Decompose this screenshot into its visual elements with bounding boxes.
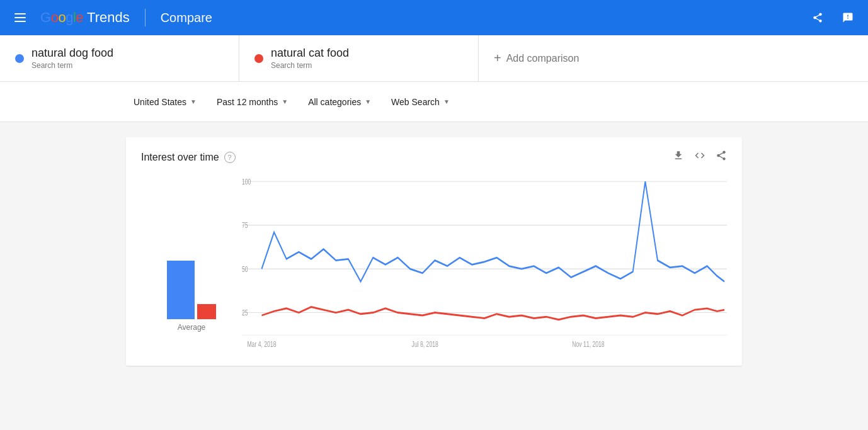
red-line bbox=[261, 307, 724, 320]
chart-title: Interest over time bbox=[141, 152, 219, 163]
term1-dot bbox=[15, 54, 24, 63]
term2-dot bbox=[254, 54, 263, 63]
svg-text:25: 25 bbox=[242, 308, 248, 317]
svg-text:75: 75 bbox=[242, 221, 248, 230]
blue-line bbox=[261, 181, 724, 281]
svg-rect-0 bbox=[14, 13, 26, 14]
term2-name: natural cat food bbox=[271, 47, 349, 60]
chart-sidebar: Average bbox=[141, 174, 242, 351]
line-chart: 100 75 50 25 Mar 4, 2018 Jul 8, 2018 Nov… bbox=[242, 174, 727, 351]
filter-search-type[interactable]: Web Search ▼ bbox=[384, 92, 457, 112]
header-divider bbox=[145, 9, 146, 26]
filter-categories[interactable]: All categories ▼ bbox=[300, 92, 379, 112]
filter-location[interactable]: United States ▼ bbox=[126, 92, 204, 112]
svg-text:Mar 4, 2018: Mar 4, 2018 bbox=[247, 340, 276, 349]
filter-time-arrow: ▼ bbox=[282, 98, 288, 105]
share-icon[interactable] bbox=[808, 8, 828, 28]
header-actions bbox=[808, 8, 858, 28]
search-bar: natural dog food Search term natural cat… bbox=[0, 35, 868, 82]
line-chart-svg: 100 75 50 25 Mar 4, 2018 Jul 8, 2018 Nov… bbox=[242, 174, 727, 351]
svg-text:100: 100 bbox=[242, 177, 251, 186]
term1-text: natural dog food Search term bbox=[31, 47, 113, 70]
term1-label: Search term bbox=[31, 61, 113, 70]
feedback-icon[interactable] bbox=[838, 8, 858, 28]
chart-embed-icon[interactable] bbox=[694, 150, 705, 164]
add-comparison-plus-icon: + bbox=[494, 51, 501, 65]
trends-logo-text: Trends bbox=[87, 9, 130, 26]
filter-time-label: Past 12 months bbox=[217, 97, 278, 107]
google-logo-text: Google bbox=[40, 9, 83, 26]
filter-categories-arrow: ▼ bbox=[365, 98, 371, 105]
svg-rect-2 bbox=[14, 21, 26, 22]
filter-search-type-arrow: ▼ bbox=[443, 98, 450, 105]
term2-text: natural cat food Search term bbox=[271, 47, 349, 70]
chart-share-icon[interactable] bbox=[716, 150, 727, 164]
main-content: Interest over time ? bbox=[0, 122, 868, 381]
search-term-1[interactable]: natural dog food Search term bbox=[0, 35, 239, 81]
bar-red bbox=[197, 304, 216, 319]
chart-help-icon[interactable]: ? bbox=[224, 152, 236, 163]
menu-icon[interactable] bbox=[10, 11, 30, 25]
svg-text:Nov 11, 2018: Nov 11, 2018 bbox=[572, 340, 604, 349]
bar-blue bbox=[167, 261, 195, 319]
svg-rect-1 bbox=[14, 17, 26, 18]
filter-time[interactable]: Past 12 months ▼ bbox=[209, 92, 295, 112]
chart-area: Average 100 75 50 25 bbox=[141, 174, 727, 351]
chart-actions bbox=[673, 150, 727, 164]
chart-header: Interest over time ? bbox=[141, 150, 727, 164]
filter-location-arrow: ▼ bbox=[190, 98, 197, 105]
interest-over-time-card: Interest over time ? bbox=[126, 137, 742, 366]
header: Google Trends Compare bbox=[0, 0, 868, 35]
term2-label: Search term bbox=[271, 61, 349, 70]
search-term-2[interactable]: natural cat food Search term bbox=[239, 35, 479, 81]
google-trends-logo: Google Trends bbox=[40, 9, 130, 26]
bar-chart-label: Average bbox=[178, 323, 205, 332]
filter-categories-label: All categories bbox=[308, 97, 361, 107]
filter-location-label: United States bbox=[134, 97, 186, 107]
filter-search-type-label: Web Search bbox=[391, 97, 440, 107]
compare-title: Compare bbox=[161, 11, 212, 25]
add-comparison-label: Add comparison bbox=[506, 53, 580, 64]
svg-text:50: 50 bbox=[242, 264, 248, 273]
chart-help-text: ? bbox=[228, 154, 232, 161]
average-bar-chart bbox=[167, 244, 216, 319]
chart-download-icon[interactable] bbox=[673, 150, 684, 164]
filters-bar: United States ▼ Past 12 months ▼ All cat… bbox=[0, 82, 868, 122]
svg-text:Jul 8, 2018: Jul 8, 2018 bbox=[412, 340, 438, 349]
add-comparison-button[interactable]: + Add comparison bbox=[479, 35, 868, 81]
term1-name: natural dog food bbox=[31, 47, 113, 60]
chart-title-area: Interest over time ? bbox=[141, 152, 236, 163]
